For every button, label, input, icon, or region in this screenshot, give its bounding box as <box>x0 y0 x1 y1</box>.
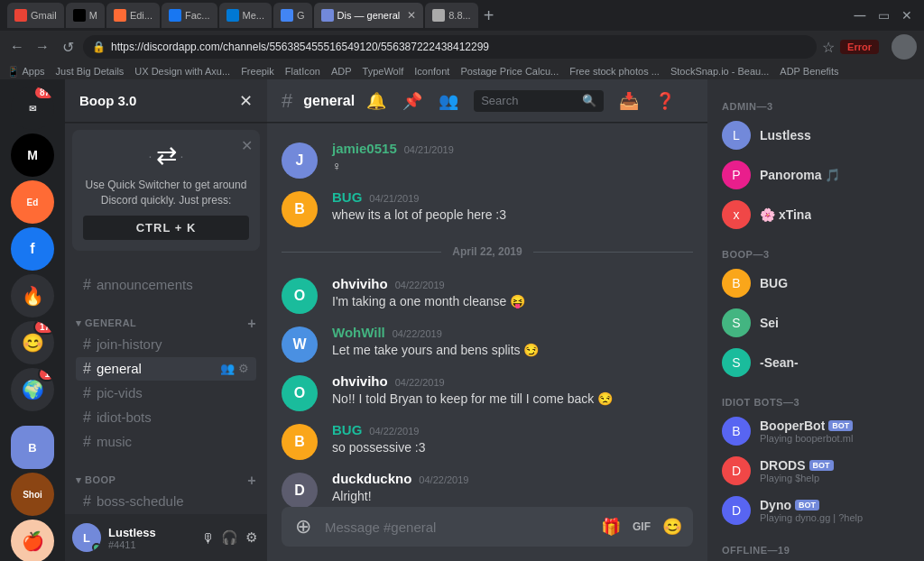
tab-close-discord[interactable]: ✕ <box>407 9 416 22</box>
restore-button[interactable]: ▭ <box>873 5 893 25</box>
category-add-general[interactable]: + <box>247 316 256 332</box>
back-button[interactable]: ← <box>7 37 27 57</box>
member-item-panoroma[interactable]: P Panoroma 🎵 <box>715 155 917 195</box>
username-jamie[interactable]: jamie0515 <box>332 141 397 156</box>
channel-item-pic-vids[interactable]: # pic-vids <box>76 382 256 405</box>
bookmark-adp[interactable]: ADP <box>331 66 352 77</box>
browser-tab-google[interactable]: G <box>273 3 312 28</box>
server-icon-earth[interactable]: 🌍 1 <box>11 368 54 411</box>
bookmark-adpbenefits[interactable]: ADP Benefits <box>780 66 838 77</box>
member-avatar-img-lustless: L <box>722 121 751 150</box>
member-item-drods[interactable]: D DRODS BOT Playing $help <box>715 451 917 491</box>
channel-item-boss-schedule[interactable]: # boss-schedule <box>76 490 256 513</box>
username-duckduckno[interactable]: duckduckno <box>332 471 411 486</box>
notification-bell-button[interactable]: 🔔 <box>365 90 387 112</box>
bookmark-postage[interactable]: Postage Price Calcu... <box>460 66 559 77</box>
bookmark-typewolf[interactable]: TypeWolf <box>363 66 404 77</box>
channel-item-announcements[interactable]: # announcements <box>76 273 256 297</box>
inbox-button[interactable]: 📥 <box>618 90 640 112</box>
refresh-button[interactable]: ↺ <box>58 37 78 57</box>
server-icon-shoi[interactable]: Shoi <box>11 473 54 516</box>
username-ohviviho2[interactable]: ohviviho <box>332 373 388 389</box>
pin-button[interactable]: 📌 <box>402 90 423 112</box>
bookmark-freepik[interactable]: Freepik <box>241 66 274 77</box>
settings-icon[interactable]: ⚙ <box>238 362 249 375</box>
deafen-button[interactable]: 🎧 <box>220 529 238 547</box>
emoji-button[interactable]: 😊 <box>662 517 682 537</box>
category-header-general[interactable]: ▾ GENERAL + <box>72 316 260 332</box>
help-button[interactable]: ❓ <box>654 90 676 112</box>
channels-list: ✕ · ⇄ · Use Quick Switcher to get around… <box>65 123 267 514</box>
message-text-input[interactable] <box>325 520 590 535</box>
star-icon[interactable]: ☆ <box>822 39 835 56</box>
channel-item-music[interactable]: # music <box>76 430 256 454</box>
new-tab-button[interactable]: + <box>484 5 494 26</box>
browser-tab-edit[interactable]: Edi... <box>106 3 160 28</box>
member-item-xtina[interactable]: x 🌸 xTina <box>715 195 917 235</box>
members-list-button[interactable]: 👥 <box>438 90 459 112</box>
message-input-actions: 🎁 GIF 😊 <box>601 517 682 537</box>
member-item-booperbot[interactable]: B BooperBot BOT Playing booperbot.ml <box>715 411 917 451</box>
server-icon-peach[interactable]: 😊 17 <box>11 321 54 364</box>
profile-button[interactable] <box>892 34 917 60</box>
username-bug1[interactable]: BUG <box>332 189 362 205</box>
member-name-bug: BUG <box>760 276 788 290</box>
browser-tab-medium[interactable]: M <box>66 3 105 28</box>
username-wohwill[interactable]: WohWill <box>332 325 385 340</box>
bookmark-ux[interactable]: UX Design with Axu... <box>134 66 230 77</box>
member-item-bug[interactable]: B BUG <box>715 263 917 303</box>
username-ohviviho1[interactable]: ohviviho <box>332 276 388 291</box>
current-user-avatar[interactable]: L <box>72 523 101 552</box>
bookmark-jbd[interactable]: Just Big Details <box>56 66 125 77</box>
minimize-button[interactable]: ─ <box>850 5 870 25</box>
member-name-row-booperbot: BooperBot BOT <box>760 418 910 433</box>
browser-tab-fb[interactable]: Fac... <box>162 3 217 28</box>
category-label-boop: ▾ BOOP <box>76 474 116 486</box>
message-header-wohwill: WohWill 04/22/2019 <box>332 325 693 340</box>
close-window-button[interactable]: ✕ <box>897 5 917 25</box>
category-header-boop[interactable]: ▾ BOOP + <box>72 473 260 489</box>
member-name-xtina: 🌸 xTina <box>760 207 811 222</box>
member-item-sei[interactable]: S Sei <box>715 303 917 343</box>
member-info-xtina: 🌸 xTina <box>760 207 910 222</box>
member-item-sean[interactable]: S -Sean- <box>715 343 917 382</box>
browser-tab-extra[interactable]: 8.8... <box>425 3 477 28</box>
member-category-title-offline: OFFLINE—19 <box>715 538 917 559</box>
server-icon-apple[interactable]: 🍎 <box>11 520 54 561</box>
bookmark-flaticon[interactable]: FlatIcon <box>285 66 320 77</box>
server-badge-earth: 1 <box>38 368 54 382</box>
forward-button[interactable]: → <box>32 37 52 57</box>
search-bar[interactable]: Search 🔍 <box>474 90 604 112</box>
server-icon-facebook[interactable]: f <box>11 227 54 271</box>
quick-switcher-close[interactable]: ✕ <box>241 137 253 154</box>
server-icon-boop[interactable]: B <box>11 426 54 469</box>
message-attach-button[interactable]: ⊕ <box>292 516 314 538</box>
bookmark-apps[interactable]: 📱 Apps <box>7 66 45 78</box>
address-bar[interactable]: 🔒 https://discordapp.com/channels/556385… <box>83 35 817 59</box>
member-item-dyno[interactable]: D Dyno BOT Playing dyno.gg | ?help <box>715 491 917 530</box>
member-item-lustless[interactable]: L Lustless <box>715 115 917 155</box>
browser-tab-gmail[interactable]: Gmail <box>7 3 64 28</box>
gift-button[interactable]: 🎁 <box>601 517 621 537</box>
server-icon-gmail[interactable]: ✉ 87 <box>11 87 54 130</box>
member-name-row-dyno: Dyno BOT <box>760 498 910 512</box>
channel-item-join-history[interactable]: # join-history <box>76 333 256 356</box>
channel-item-idiot-bots[interactable]: # idiot-bots <box>76 406 256 429</box>
bookmark-iconfont[interactable]: Iconfont <box>414 66 449 77</box>
server-icon-medium[interactable]: M <box>11 133 54 177</box>
gif-button[interactable]: GIF <box>632 517 651 537</box>
user-settings-button[interactable]: ⚙ <box>242 529 260 547</box>
bookmark-stocksnap[interactable]: StockSnap.io - Beau... <box>670 66 769 77</box>
server-icon-edit[interactable]: Ed <box>11 180 54 224</box>
channel-item-general[interactable]: # general 👥 ⚙ <box>76 357 256 381</box>
error-button[interactable]: Error <box>840 40 879 54</box>
mute-button[interactable]: 🎙 <box>199 529 217 547</box>
server-name-bar[interactable]: Boop 3.0 ✕ <box>65 79 267 123</box>
category-add-boop[interactable]: + <box>247 473 256 489</box>
browser-tab-me[interactable]: Me... <box>219 3 272 28</box>
browser-tab-discord[interactable]: Dis — general ✕ <box>314 3 424 28</box>
username-bug2[interactable]: BUG <box>332 422 362 437</box>
bookmark-freestockphotos[interactable]: Free stock photos ... <box>569 66 660 77</box>
server-icon-fire[interactable]: 🔥 <box>11 274 54 317</box>
add-members-icon[interactable]: 👥 <box>220 362 235 375</box>
